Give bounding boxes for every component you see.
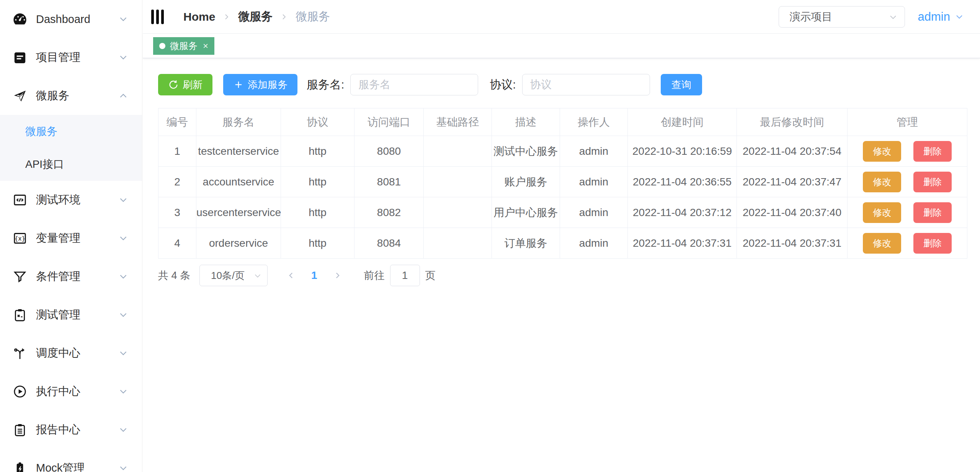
chevron-down-icon — [118, 271, 129, 282]
service-name-input[interactable] — [350, 74, 478, 95]
filter-icon — [12, 269, 28, 284]
add-service-button[interactable]: 添加服务 — [223, 74, 297, 95]
sidebar-item-label: 项目管理 — [36, 50, 80, 65]
chevron-down-icon — [118, 309, 129, 321]
chevron-down-icon — [888, 12, 898, 23]
chevron-down-icon — [118, 233, 129, 244]
protocol-input[interactable] — [522, 74, 650, 95]
variable-icon: {x} — [12, 231, 28, 246]
toolbar: 刷新 添加服务 服务名: 协议: 查询 — [158, 74, 965, 96]
delete-button[interactable]: 删除 — [913, 172, 952, 192]
table-row: 3 usercenterservice http 8082 用户中心服务 adm… — [158, 197, 967, 228]
query-button[interactable]: 查询 — [661, 74, 702, 95]
tags-view-bar: 微服务 × — [143, 34, 980, 58]
page-size-select[interactable]: 10条/页 — [199, 265, 268, 286]
sidebar-item-label: 条件管理 — [36, 269, 80, 284]
pagination: 共 4 条 10条/页 1 前往 页 — [158, 265, 965, 286]
svg-text:{x}: {x} — [15, 235, 25, 242]
sidebar-submenu-microservice: 微服务 API接口 — [0, 115, 142, 181]
service-name-label: 服务名: — [307, 77, 344, 93]
tag-microservice[interactable]: 微服务 × — [153, 37, 214, 55]
cell-created: 2022-11-04 20:37:12 — [628, 197, 737, 228]
dashboard-icon — [12, 11, 28, 27]
sidebar-item-test-mgmt[interactable]: 测试管理 — [0, 296, 142, 334]
navbar: Home 微服务 微服务 演示项目 admin — [143, 0, 980, 34]
plus-icon — [233, 79, 244, 90]
edit-button[interactable]: 修改 — [863, 233, 901, 254]
cell-operator: admin — [560, 167, 628, 197]
cell-no: 4 — [158, 228, 196, 259]
sidebar-subitem-label: API接口 — [25, 157, 64, 172]
delete-button[interactable]: 删除 — [913, 141, 952, 162]
col-header-operator: 操作人 — [560, 108, 628, 136]
chevron-down-icon — [118, 386, 129, 397]
sidebar-toggle-icon[interactable] — [151, 9, 166, 25]
user-menu[interactable]: admin — [918, 10, 965, 24]
delete-button[interactable]: 删除 — [913, 202, 952, 223]
cell-base-path — [424, 167, 492, 197]
prev-page-icon[interactable] — [286, 270, 296, 280]
cell-actions: 修改 删除 — [848, 228, 967, 259]
edit-button[interactable]: 修改 — [863, 141, 901, 162]
sidebar-item-project-mgmt[interactable]: 项目管理 — [0, 38, 142, 77]
cell-base-path — [424, 136, 492, 167]
cell-service-name: usercenterservice — [196, 197, 281, 228]
cell-port: 8084 — [354, 228, 424, 259]
services-table: 编号 服务名 协议 访问端口 基础路径 描述 操作人 创建时间 最后修改时间 管… — [158, 108, 967, 259]
chevron-down-icon — [118, 52, 129, 63]
breadcrumb: Home 微服务 微服务 — [183, 9, 330, 25]
tag-label: 微服务 — [170, 40, 198, 52]
goto-label: 前往 — [364, 269, 385, 282]
cell-protocol: http — [281, 167, 354, 197]
chevron-down-icon — [118, 347, 129, 359]
breadcrumb-home[interactable]: Home — [183, 10, 215, 23]
sidebar-subitem-label: 微服务 — [25, 124, 57, 139]
sidebar-subitem-microservice[interactable]: 微服务 — [0, 115, 142, 148]
cell-port: 8080 — [354, 136, 424, 167]
cell-service-name: accountservice — [196, 167, 281, 197]
breadcrumb-current: 微服务 — [296, 9, 330, 25]
sidebar-item-test-env[interactable]: 测试环境 — [0, 181, 142, 219]
sidebar-item-label: 微服务 — [36, 88, 69, 103]
add-service-button-label: 添加服务 — [248, 78, 287, 92]
sidebar-item-microservice[interactable]: 微服务 — [0, 77, 142, 115]
sidebar-item-label: 报告中心 — [36, 422, 80, 438]
project-select[interactable]: 演示项目 — [779, 6, 905, 28]
next-page-icon[interactable] — [333, 270, 343, 280]
page-number-current[interactable]: 1 — [311, 269, 317, 282]
cell-description: 账户服务 — [492, 167, 560, 197]
sidebar-item-variable-mgmt[interactable]: {x} 变量管理 — [0, 219, 142, 257]
sidebar-item-dashboard[interactable]: Dashboard — [0, 0, 142, 38]
col-header-created: 创建时间 — [628, 108, 737, 136]
edit-button[interactable]: 修改 — [863, 172, 901, 192]
sidebar: Dashboard 项目管理 微服务 微服务 API接口 — [0, 0, 142, 472]
project-select-value: 演示项目 — [790, 10, 833, 24]
cell-base-path — [424, 228, 492, 259]
sidebar-item-schedule-center[interactable]: 调度中心 — [0, 334, 142, 372]
cell-description: 用户中心服务 — [492, 197, 560, 228]
col-header-modified: 最后修改时间 — [737, 108, 848, 136]
delete-button[interactable]: 删除 — [913, 233, 952, 254]
sidebar-item-label: 调度中心 — [36, 346, 80, 361]
cell-modified: 2022-11-04 20:37:40 — [737, 197, 848, 228]
send-icon — [12, 88, 28, 103]
test-env-icon — [12, 192, 28, 208]
cell-actions: 修改 删除 — [848, 167, 967, 197]
close-icon[interactable]: × — [203, 41, 208, 51]
edit-button[interactable]: 修改 — [863, 202, 901, 223]
refresh-button[interactable]: 刷新 — [158, 74, 212, 95]
sidebar-item-execute-center[interactable]: 执行中心 — [0, 372, 142, 411]
breadcrumb-microservice[interactable]: 微服务 — [238, 9, 273, 25]
cell-port: 8081 — [354, 167, 424, 197]
col-header-no: 编号 — [158, 108, 196, 136]
sidebar-subitem-api[interactable]: API接口 — [0, 148, 142, 181]
cell-no: 1 — [158, 136, 196, 167]
sidebar-item-condition-mgmt[interactable]: 条件管理 — [0, 257, 142, 296]
cell-actions: 修改 删除 — [848, 197, 967, 228]
sidebar-item-report-center[interactable]: 报告中心 — [0, 411, 142, 449]
chevron-right-icon — [279, 12, 289, 21]
sidebar-item-mock-mgmt[interactable]: Mock管理 — [0, 449, 142, 472]
col-header-manage: 管理 — [848, 108, 967, 136]
goto-page-input[interactable] — [390, 265, 420, 286]
sidebar-item-label: 执行中心 — [36, 384, 80, 399]
